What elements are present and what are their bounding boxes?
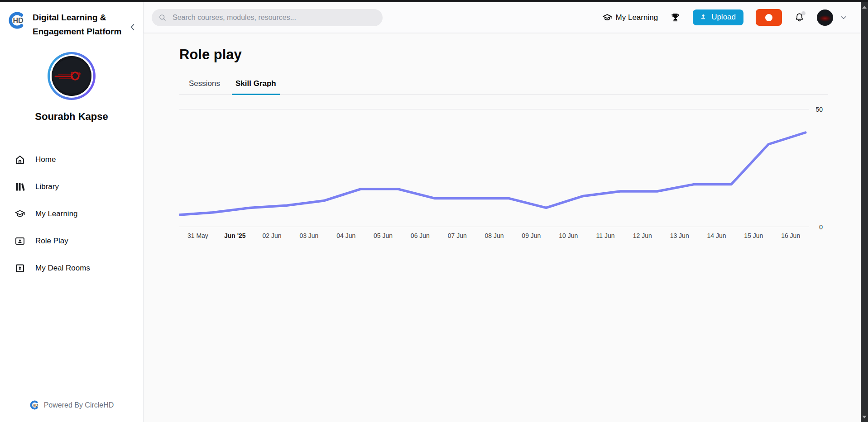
x-axis-label: 03 Jun	[290, 232, 327, 239]
role-play-icon	[14, 236, 25, 247]
circlehd-logo-small-icon: HD	[29, 400, 40, 410]
y-axis-tick-max: 50	[815, 106, 823, 113]
x-axis-labels: 31 MayJun '2502 Jun03 Jun04 Jun05 Jun06 …	[179, 232, 809, 239]
skill-line	[179, 133, 806, 215]
my-learning-label: My Learning	[616, 13, 658, 22]
vertical-scrollbar[interactable]	[861, 2, 868, 422]
sidebar-item-label: Library	[35, 182, 59, 191]
sidebar: HD Digital Learning & Engagement Platfor…	[0, 2, 144, 422]
y-axis-tick-min: 0	[819, 223, 823, 231]
line-series-svg	[179, 109, 809, 227]
x-axis-label: 14 Jun	[698, 232, 735, 239]
x-axis-label: 07 Jun	[439, 232, 476, 239]
graduation-cap-icon	[602, 13, 612, 23]
powered-by-text: Powered By CircleHD	[44, 401, 114, 409]
scroll-up-icon[interactable]	[862, 6, 867, 9]
sidebar-item-my-learning[interactable]: My Learning	[0, 200, 143, 228]
graduation-cap-icon	[14, 209, 25, 219]
tab-sessions[interactable]: Sessions	[187, 76, 222, 94]
record-dot-icon	[765, 14, 772, 21]
search-input[interactable]	[172, 13, 376, 22]
svg-text:HD: HD	[32, 403, 38, 408]
notification-badge-dot	[801, 11, 806, 15]
app-window: HD Digital Learning & Engagement Platfor…	[0, 0, 868, 422]
tabs: Sessions Skill Graph	[179, 76, 828, 95]
profile-section: Sourabh Kapse	[0, 52, 143, 123]
x-axis-label: 31 May	[179, 232, 216, 239]
page-title: Role play	[179, 47, 828, 63]
circlehd-logo-icon[interactable]: HD	[7, 10, 27, 30]
user-menu-button[interactable]	[839, 13, 848, 22]
deal-rooms-icon	[14, 263, 25, 274]
x-axis-label: Jun '25	[216, 232, 254, 239]
x-axis-label: 13 Jun	[661, 232, 698, 239]
trophy-icon	[670, 12, 681, 23]
chevron-down-icon	[839, 13, 848, 22]
x-axis-label: 16 Jun	[772, 232, 809, 239]
sidebar-item-label: Home	[35, 155, 56, 164]
logo-text: HD	[13, 17, 23, 24]
x-axis-label: 12 Jun	[624, 232, 661, 239]
sidebar-item-library[interactable]: Library	[0, 173, 143, 200]
header-actions: My Learning Upload	[602, 9, 848, 26]
search-icon	[158, 13, 167, 22]
x-axis-label: 06 Jun	[402, 232, 439, 239]
sidebar-nav: Home Library	[0, 146, 143, 282]
user-avatar[interactable]	[817, 9, 833, 26]
x-axis-label: 02 Jun	[254, 232, 291, 239]
avatar[interactable]	[48, 52, 96, 100]
scroll-down-icon[interactable]	[862, 416, 867, 418]
record-button[interactable]	[756, 9, 782, 26]
sidebar-item-my-deal-rooms[interactable]: My Deal Rooms	[0, 255, 143, 282]
powered-by-footer: HD Powered By CircleHD	[0, 391, 143, 422]
search-box[interactable]	[152, 9, 383, 26]
skill-graph-chart: 50 0 31 MayJun '2502 Jun03 Jun04 Jun05 J…	[179, 95, 828, 257]
upload-button[interactable]: Upload	[693, 9, 743, 25]
x-axis-label: 08 Jun	[476, 232, 513, 239]
x-axis-label: 09 Jun	[513, 232, 550, 239]
x-axis-label: 15 Jun	[735, 232, 772, 239]
sidebar-item-label: Role Play	[35, 237, 68, 246]
top-header: My Learning Upload	[144, 2, 861, 33]
library-icon	[14, 181, 25, 192]
sidebar-item-label: My Deal Rooms	[35, 264, 90, 273]
upload-label: Upload	[711, 13, 736, 22]
home-icon	[14, 154, 25, 165]
sidebar-item-home[interactable]: Home	[0, 146, 143, 173]
sidebar-item-role-play[interactable]: Role Play	[0, 228, 143, 255]
top-window-strip	[0, 0, 868, 2]
profile-name: Sourabh Kapse	[0, 111, 143, 123]
brand-title: Digital Learning & Engagement Platform	[33, 10, 122, 38]
upload-icon	[699, 13, 707, 21]
my-learning-link[interactable]: My Learning	[602, 13, 658, 23]
gridline-0	[179, 227, 809, 227]
notifications-button[interactable]	[794, 12, 805, 23]
main-content: Role play Sessions Skill Graph 50 0 31 M…	[144, 33, 861, 422]
x-axis-label: 05 Jun	[364, 232, 402, 239]
brand: HD Digital Learning & Engagement Platfor…	[0, 2, 143, 38]
x-axis-label: 04 Jun	[327, 232, 364, 239]
x-axis-label: 11 Jun	[587, 232, 624, 239]
plot-area	[179, 109, 809, 227]
sidebar-collapse-button[interactable]	[128, 22, 138, 32]
avatar-image	[52, 56, 91, 96]
sidebar-item-label: My Learning	[35, 209, 78, 218]
tab-skill-graph[interactable]: Skill Graph	[234, 76, 278, 94]
leaderboard-button[interactable]	[670, 12, 681, 23]
x-axis-label: 10 Jun	[550, 232, 587, 239]
chevron-left-icon	[128, 22, 138, 32]
